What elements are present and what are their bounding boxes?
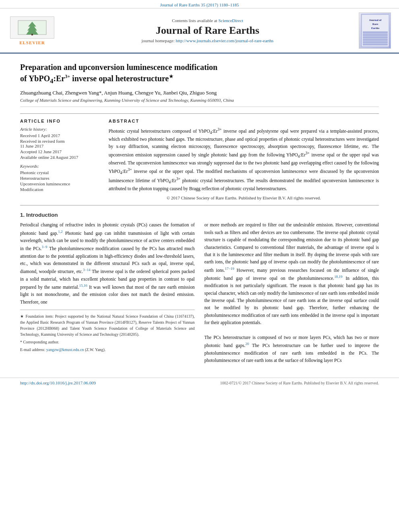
abstract-section: ABSTRACT Photonic crystal heterostructur… — [109, 119, 379, 200]
footnote-area: ★ Foundation item: Project supported by … — [20, 310, 195, 353]
corresponding-label: * Corresponding author. — [20, 340, 59, 344]
keywords-section: Keywords: Photonic crystal Heterostructu… — [20, 164, 101, 192]
available-date: Available online 24 August 2017 — [20, 155, 101, 160]
elsevier-logo-box — [10, 16, 54, 39]
introduction-right-col: or more methods are required to filter o… — [204, 221, 379, 364]
homepage-url-link[interactable]: http://www.journals.elsevier.com/journal… — [176, 38, 274, 43]
cover-svg: Journal of Rare Earths — [361, 14, 389, 47]
journal-title-banner: Journal of Rare Earths — [60, 25, 355, 37]
svg-rect-2 — [31, 34, 33, 35]
abstract-text: Photonic crystal heterostructures compos… — [109, 127, 379, 192]
authors: Zhuangzhuang Chai, Zhengwen Yang*, Anjun… — [20, 90, 379, 96]
journal-cover-image: Journal of Rare Earths — [359, 12, 391, 49]
introduction-section: 1. Introduction Periodical changing of r… — [20, 212, 379, 364]
authors-text: Zhuangzhuang Chai, Zhengwen Yang*, Anjun… — [20, 90, 217, 96]
footnote-star-text: ★ Foundation item: Project supported by … — [20, 314, 195, 337]
homepage-line: journal homepage: http://www.journals.el… — [60, 38, 355, 43]
keyword-1: Photonic crystal — [20, 170, 101, 175]
homepage-label: journal homepage: — [142, 38, 176, 43]
journal-banner: ELSEVIER Contents lists available at Sci… — [0, 8, 399, 53]
keyword-4: Modification — [20, 187, 101, 192]
footnote-email: E-mail address: yangzw@kmust.edu.cn (Z.W… — [20, 347, 195, 353]
main-content: Preparation and upconversion luminescenc… — [0, 53, 399, 378]
sciencedirect-prefix: Contents lists available at — [172, 18, 218, 23]
article-info-abstract: ARTICLE INFO Article history: Received 1… — [20, 113, 379, 205]
article-info-title: ARTICLE INFO — [20, 119, 101, 123]
article-title-section: Preparation and upconversion luminescenc… — [20, 62, 379, 107]
sciencedirect-link[interactable]: ScienceDirect — [218, 18, 243, 23]
sciencedirect-line: Contents lists available at ScienceDirec… — [60, 18, 355, 23]
bottom-bar: http://dx.doi.org/10.1016/j.jre.2017.06.… — [0, 378, 399, 388]
keywords-label: Keywords: — [20, 164, 101, 168]
svg-text:Earths: Earths — [371, 27, 380, 30]
article-title: Preparation and upconversion luminescenc… — [20, 62, 379, 86]
copyright-line: © 2017 Chinese Society of Rare Earths. P… — [109, 195, 379, 200]
banner-center: Contents lists available at ScienceDirec… — [60, 18, 355, 43]
footnote-star: ★ Foundation item: Project supported by … — [20, 313, 195, 337]
svg-text:Journal of: Journal of — [369, 18, 382, 22]
keyword-3: Upconversion luminescence — [20, 181, 101, 186]
issn-line: 1002-0721/© 2017 Chinese Society of Rare… — [220, 381, 379, 385]
elsevier-logo-area: ELSEVIER — [8, 16, 56, 45]
elsevier-logo-svg — [16, 18, 48, 37]
accepted-date: Accepted 12 June 2017 — [20, 149, 101, 154]
elsevier-wordmark: ELSEVIER — [19, 40, 45, 45]
introduction-columns: Periodical changing of refractive index … — [20, 221, 379, 364]
journal-citation-text: Journal of Rare Earths 35 (2017) 1180–11… — [160, 2, 239, 7]
history-label: Article history: — [20, 127, 101, 131]
revised-date: Received in revised form11 June 2017 — [20, 139, 101, 148]
journal-citation-bar: Journal of Rare Earths 35 (2017) 1180–11… — [0, 0, 399, 8]
email-link[interactable]: yangzw@kmust.edu.cn — [46, 347, 84, 352]
article-info-panel: ARTICLE INFO Article history: Received 1… — [20, 119, 101, 200]
introduction-heading: 1. Introduction — [20, 212, 379, 218]
doi-link[interactable]: http://dx.doi.org/10.1016/j.jre.2017.06.… — [20, 380, 96, 385]
email-suffix: (Z.W. Yang). — [84, 347, 106, 352]
footnote-corresponding: * Corresponding author. — [20, 339, 195, 345]
affiliation: College of Materials Science and Enginee… — [20, 98, 379, 103]
email-label-text: E-mail address: — [20, 347, 46, 352]
keyword-2: Heterostructures — [20, 176, 101, 181]
journal-thumbnail: Journal of Rare Earths — [359, 12, 391, 49]
received-date: Received 1 April 2017 — [20, 133, 101, 138]
svg-text:Rare: Rare — [372, 23, 378, 26]
abstract-title: ABSTRACT — [109, 119, 379, 123]
introduction-left-col: Periodical changing of refractive index … — [20, 221, 195, 364]
